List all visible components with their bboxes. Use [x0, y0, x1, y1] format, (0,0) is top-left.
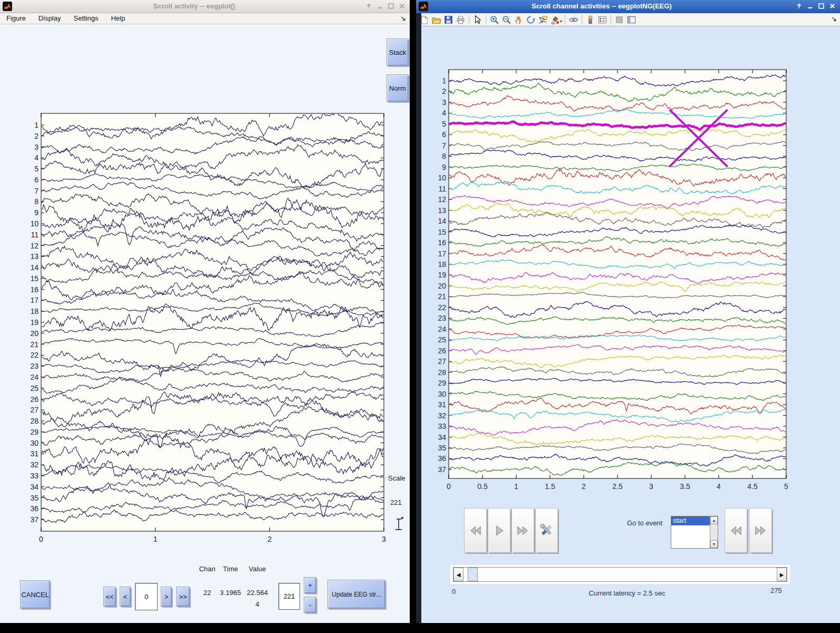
save-icon[interactable] [443, 14, 454, 25]
position-field[interactable]: 0 [135, 583, 158, 610]
svg-text:26: 26 [438, 347, 446, 355]
menu-display[interactable]: Display [32, 13, 67, 22]
pan-hand-icon[interactable] [513, 14, 524, 25]
menu-help[interactable]: Help [104, 13, 131, 22]
scroll-up-button[interactable]: ▲ [710, 516, 718, 524]
fast-fwd-button[interactable]: >> [176, 587, 190, 607]
scrollbar-track[interactable] [464, 568, 777, 581]
svg-text:2.5: 2.5 [612, 482, 623, 491]
svg-text:14: 14 [30, 263, 38, 272]
scroll-left-button[interactable]: ◀ [453, 568, 464, 581]
svg-text:35: 35 [438, 444, 446, 452]
stack-button[interactable]: Stack [387, 39, 409, 66]
svg-text:28: 28 [438, 368, 446, 377]
svg-text:30: 30 [438, 390, 446, 398]
svg-text:37: 37 [30, 515, 38, 524]
back-button[interactable]: < [120, 587, 131, 607]
scale-minus-button[interactable]: - [304, 597, 316, 613]
svg-text:0.5: 0.5 [477, 482, 488, 491]
svg-text:4: 4 [717, 482, 721, 491]
svg-text:2: 2 [34, 132, 38, 140]
data-cursor-icon[interactable] [537, 14, 548, 25]
svg-text:6: 6 [442, 130, 446, 139]
svg-text:25: 25 [30, 384, 38, 392]
fast-forward-button[interactable] [511, 508, 534, 553]
show-plot-tools-icon[interactable] [626, 14, 637, 25]
time-scrollbar[interactable]: ◀ ▶ [453, 567, 787, 582]
svg-text:10: 10 [30, 219, 38, 228]
svg-text:2: 2 [442, 87, 446, 95]
up-button[interactable] [796, 2, 804, 10]
titlebar[interactable]: Scroll channel activities -- eegplotNG(E… [416, 0, 840, 13]
svg-text:0: 0 [447, 482, 451, 491]
eeg-plot-left[interactable]: 1234567891011121314151617181920212223242… [15, 104, 387, 552]
svg-text:15: 15 [30, 274, 38, 283]
norm-button[interactable]: Norm [387, 74, 409, 102]
up-button[interactable] [365, 2, 373, 10]
minimize-button[interactable] [376, 2, 384, 10]
maximize-button[interactable] [818, 2, 826, 10]
svg-text:1: 1 [442, 76, 446, 85]
svg-text:12: 12 [438, 195, 446, 204]
rotate-3d-icon[interactable] [525, 14, 536, 25]
maximize-button[interactable] [388, 2, 395, 10]
next-event-button[interactable] [749, 508, 772, 553]
svg-text:20: 20 [438, 282, 446, 290]
svg-text:15: 15 [438, 228, 446, 236]
svg-text:6: 6 [34, 176, 38, 184]
toolbar-separator [486, 15, 486, 24]
svg-text:3.5: 3.5 [680, 482, 690, 491]
close-button[interactable] [829, 2, 837, 10]
svg-text:32: 32 [438, 411, 446, 420]
scroll-right-button[interactable]: ▶ [777, 568, 787, 581]
brush-icon[interactable] [549, 14, 561, 25]
brush-dropdown-caret[interactable]: ▾ [560, 19, 562, 24]
rewind-button[interactable] [464, 508, 487, 553]
event-list-scrollbar[interactable]: ▲ ▼ [710, 516, 718, 548]
value-readout: 22.564 [244, 589, 271, 597]
close-button[interactable] [399, 2, 407, 10]
svg-text:37: 37 [438, 465, 446, 474]
print-icon[interactable] [455, 14, 466, 25]
svg-text:21: 21 [30, 340, 38, 349]
cursor-arrow-icon[interactable] [472, 14, 483, 25]
svg-text:19: 19 [438, 271, 446, 279]
zoom-out-icon[interactable] [501, 14, 512, 25]
event-listbox[interactable]: start ▲ ▼ [671, 516, 718, 549]
scroll-min-label: 0 [452, 588, 456, 596]
dock-figure-icon[interactable]: ↘ [831, 15, 837, 23]
svg-text:29: 29 [438, 379, 446, 387]
svg-text:36: 36 [438, 454, 446, 463]
titlebar[interactable]: Scroll activity -- eegplot() [0, 0, 410, 13]
time-readout: 3.1965 [218, 589, 243, 597]
play-button[interactable] [488, 508, 510, 553]
window-eegplot: Scroll activity -- eegplot() FigureDispl… [0, 0, 410, 623]
hide-plot-tools-icon[interactable] [614, 14, 625, 25]
scrollbar-thumb[interactable] [468, 568, 478, 581]
fwd-button[interactable]: > [161, 587, 172, 607]
zoom-in-icon[interactable] [489, 14, 500, 25]
insert-legend-icon[interactable] [597, 14, 608, 25]
scale-edit-field[interactable]: 221 [278, 583, 300, 610]
open-folder-icon[interactable] [431, 14, 442, 25]
menu-settings[interactable]: Settings [67, 13, 104, 22]
time-header: Time [218, 565, 243, 573]
menu-figure[interactable]: Figure [0, 13, 32, 22]
svg-text:31: 31 [438, 400, 446, 409]
minimize-button[interactable] [807, 2, 815, 10]
scroll-down-button[interactable]: ▼ [710, 540, 718, 548]
scale-plus-button[interactable]: + [304, 577, 316, 593]
update-eeg-button[interactable]: Update EEG str... [327, 580, 385, 609]
cancel-button[interactable]: CANCEL [20, 580, 50, 609]
insert-colorbar-icon[interactable] [585, 14, 596, 25]
link-plot-icon[interactable] [568, 14, 579, 25]
svg-text:0: 0 [39, 535, 43, 543]
event-list-item[interactable]: start [671, 516, 710, 525]
svg-text:9: 9 [442, 163, 446, 171]
prev-event-button[interactable] [725, 508, 747, 553]
settings-tools-button[interactable] [535, 508, 558, 553]
fast-back-button[interactable]: << [103, 587, 116, 607]
svg-text:9: 9 [34, 208, 38, 217]
dock-figure-icon[interactable]: ↘ [400, 14, 406, 22]
eeg-plot-right[interactable]: 1234567891011121314151617181920212223242… [431, 62, 801, 500]
